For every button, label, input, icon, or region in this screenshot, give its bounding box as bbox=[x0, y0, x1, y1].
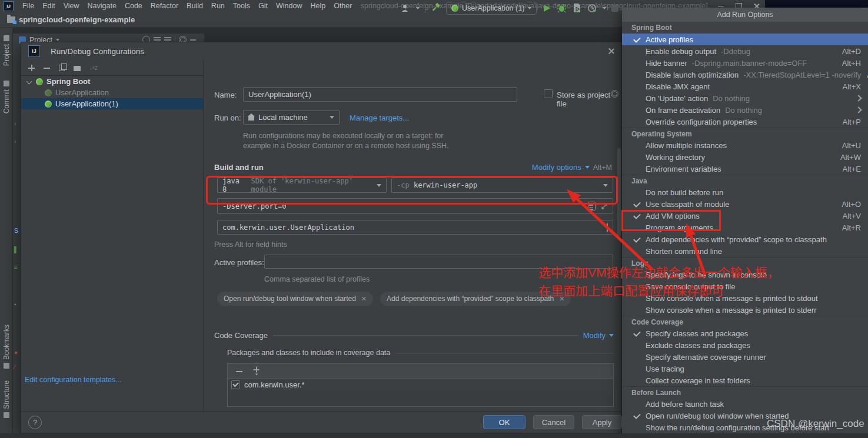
collapse-all-icon[interactable] bbox=[164, 39, 171, 41]
menu-run[interactable]: Run bbox=[207, 0, 229, 12]
menu-navigate[interactable]: Navigate bbox=[84, 0, 121, 12]
tag-open-run-debug-window[interactable]: Open run/debug tool window when started … bbox=[217, 292, 373, 306]
popup-item-add-before-launch-task[interactable]: Add before launch task bbox=[622, 398, 868, 410]
add-configuration-icon[interactable] bbox=[28, 65, 35, 71]
popup-item-enable-debug-output[interactable]: Enable debug output-DdebugAlt+D bbox=[622, 45, 868, 57]
hide-panel-icon[interactable] bbox=[190, 39, 196, 41]
sidebar-item-project[interactable]: Project bbox=[0, 35, 13, 66]
help-button[interactable]: ? bbox=[28, 416, 42, 429]
tree-node-userapplication[interactable]: UserApplication bbox=[21, 87, 203, 98]
menu-code[interactable]: Code bbox=[121, 0, 147, 12]
profiler-button[interactable] bbox=[587, 3, 597, 13]
popup-item-show-console-when-a-message-is-printed-to-stdout[interactable]: Show console when a message is printed t… bbox=[622, 292, 868, 304]
create-folder-icon[interactable] bbox=[74, 66, 81, 71]
popup-item-program-arguments[interactable]: Program argumentsAlt+R bbox=[622, 222, 868, 233]
popup-item-use-classpath-of-module[interactable]: Use classpath of moduleAlt+O bbox=[622, 198, 868, 210]
popup-item-exclude-classes-and-packages[interactable]: Exclude classes and packages bbox=[622, 339, 868, 351]
vm-options-expand-icon[interactable] bbox=[601, 203, 608, 210]
menu-refactor[interactable]: Refactor bbox=[147, 0, 182, 12]
tree-node-spring-boot[interactable]: Spring Boot bbox=[21, 76, 203, 87]
tag-remove-icon-2[interactable]: ✕ bbox=[559, 295, 564, 303]
popup-item-save-console-output-to-file[interactable]: Save console output to file bbox=[622, 280, 868, 292]
popup-item-specify-classes-and-packages[interactable]: Specify classes and packages bbox=[622, 327, 868, 339]
dialog-close-icon[interactable] bbox=[607, 48, 614, 55]
debug-button[interactable] bbox=[557, 3, 567, 13]
popup-item-open-run-debug-tool-window-when-started[interactable]: Open run/debug tool window when started bbox=[622, 410, 868, 422]
expand-all-icon[interactable] bbox=[154, 39, 161, 41]
menu-build[interactable]: Build bbox=[182, 0, 207, 12]
popup-item-allow-multiple-instances[interactable]: Allow multiple instancesAlt+U bbox=[622, 139, 868, 151]
popup-item-collect-coverage-in-test-folders[interactable]: Collect coverage in test folders bbox=[622, 375, 868, 386]
popup-item-show-console-when-a-message-is-printed-to-stderr[interactable]: Show console when a message is printed t… bbox=[622, 304, 868, 316]
classpath-select[interactable]: -cp kerwin-user-app bbox=[391, 178, 613, 193]
sort-configurations-icon[interactable]: ↓ᵃz bbox=[89, 65, 98, 71]
coverage-package-row[interactable]: com.kerwin.user.* bbox=[228, 379, 613, 391]
coverage-modify-link[interactable]: Modify bbox=[583, 331, 606, 340]
main-class-browse-icon[interactable] bbox=[607, 223, 608, 232]
popup-item-override-configuration-properties[interactable]: Override configuration propertiesAlt+P bbox=[622, 116, 868, 128]
sidebar-item-bookmarks[interactable]: Bookmarks bbox=[0, 325, 13, 369]
coverage-remove-icon[interactable] bbox=[236, 368, 242, 375]
menu-git[interactable]: Git bbox=[254, 0, 272, 12]
popup-item-shorten-command-line[interactable]: Shorten command line bbox=[622, 245, 868, 257]
sidebar-item-structure[interactable]: Structure bbox=[0, 380, 13, 418]
run-on-select[interactable]: Local machine bbox=[243, 110, 340, 125]
menu-edit[interactable]: Edit bbox=[38, 0, 59, 12]
menu-other[interactable]: Other bbox=[330, 0, 356, 12]
jre-select[interactable]: java 8 SDK of 'kerwin-user-app' module bbox=[217, 178, 387, 193]
popup-item-add-vm-options[interactable]: Add VM optionsAlt+V bbox=[622, 210, 868, 222]
popup-item-add-dependencies-with-provided-scope-to-classpath[interactable]: Add dependencies with “provided” scope t… bbox=[622, 233, 868, 245]
active-profiles-input[interactable] bbox=[264, 255, 613, 269]
project-breadcrumb[interactable]: springcloud-openfeign-example bbox=[7, 15, 135, 24]
popup-item-on-frame-deactivation[interactable]: On frame deactivationDo nothing bbox=[622, 104, 868, 116]
user-dropdown-caret-icon[interactable] bbox=[416, 7, 420, 9]
menu-file[interactable]: File bbox=[18, 0, 38, 12]
modify-options-control[interactable]: Modify options Alt+M bbox=[532, 163, 612, 172]
remove-configuration-icon[interactable] bbox=[44, 65, 50, 71]
popup-item-on-update-action[interactable]: On 'Update' actionDo nothing bbox=[622, 92, 868, 104]
popup-item-working-directory[interactable]: Working directoryAlt+W bbox=[622, 151, 868, 163]
main-class-input[interactable]: com.kerwin.user.UserApplication bbox=[217, 220, 613, 235]
popup-item-active-profiles[interactable]: Active profiles bbox=[622, 34, 868, 45]
popup-item-use-tracing[interactable]: Use tracing bbox=[622, 363, 868, 375]
project-view-caret-icon[interactable] bbox=[56, 39, 59, 41]
popup-item-environment-variables[interactable]: Environment variablesAlt+E bbox=[622, 163, 868, 175]
menu-help[interactable]: Help bbox=[306, 0, 330, 12]
run-with-coverage-button[interactable] bbox=[572, 3, 582, 13]
menu-view[interactable]: View bbox=[59, 0, 84, 12]
apply-button[interactable]: Apply bbox=[582, 415, 622, 429]
tag-remove-icon[interactable]: ✕ bbox=[361, 295, 367, 303]
tree-node-userapplication-1-selected[interactable]: UserApplication(1) bbox=[21, 98, 203, 109]
cancel-button[interactable]: Cancel bbox=[533, 415, 574, 429]
popup-item-specify-logs-to-be-shown-in-console[interactable]: Specify logs to be shown in console bbox=[622, 269, 868, 280]
build-hammer-icon[interactable] bbox=[431, 3, 441, 13]
vm-options-input[interactable]: -Dserver.port=0 bbox=[217, 198, 613, 214]
user-icon[interactable] bbox=[400, 3, 411, 14]
name-input[interactable]: UserApplication(1) bbox=[243, 87, 517, 102]
structure-tool-icon bbox=[4, 412, 9, 418]
store-as-project-file-checkbox[interactable] bbox=[544, 89, 553, 98]
sidebar-item-commit[interactable]: Commit bbox=[0, 81, 13, 113]
popup-item-do-not-build-before-run[interactable]: Do not build before run bbox=[622, 186, 868, 198]
run-button[interactable] bbox=[542, 4, 551, 13]
tag-add-provided-dependencies[interactable]: Add dependencies with “provided” scope t… bbox=[380, 292, 571, 306]
vm-options-paste-icon[interactable] bbox=[588, 202, 596, 210]
ok-button[interactable]: OK bbox=[483, 415, 526, 429]
run-configuration-select[interactable]: UserApplication (1) bbox=[446, 2, 537, 15]
popup-item-specify-alternative-coverage-runner[interactable]: Specify alternative coverage runner bbox=[622, 351, 868, 363]
tree-expand-chevron-icon[interactable] bbox=[26, 79, 32, 85]
menu-window[interactable]: Window bbox=[272, 0, 306, 12]
edit-configuration-templates-link[interactable]: Edit configuration templates... bbox=[25, 376, 122, 384]
profiler-caret-icon[interactable] bbox=[603, 7, 606, 9]
menu-tools[interactable]: Tools bbox=[229, 0, 254, 12]
form-scrollbar[interactable] bbox=[617, 148, 621, 236]
coverage-package-checkbox[interactable] bbox=[231, 380, 240, 389]
popup-item-disable-jmx-agent[interactable]: Disable JMX agentAlt+X bbox=[622, 81, 868, 92]
manage-targets-link[interactable]: Manage targets... bbox=[350, 113, 409, 122]
popup-item-disable-launch-optimization[interactable]: Disable launch optimization-XX:TieredSto… bbox=[622, 69, 868, 81]
store-settings-gear-icon[interactable] bbox=[611, 90, 618, 98]
popup-item-hide-banner[interactable]: Hide banner-Dspring.main.banner-mode=OFF… bbox=[622, 57, 868, 69]
coverage-add-icon[interactable] bbox=[253, 366, 260, 376]
copy-configuration-icon[interactable] bbox=[59, 65, 65, 71]
popup-item-show-the-run-debug-configuration-settings-before-start[interactable]: Show the run/debug configuration setting… bbox=[622, 422, 868, 433]
